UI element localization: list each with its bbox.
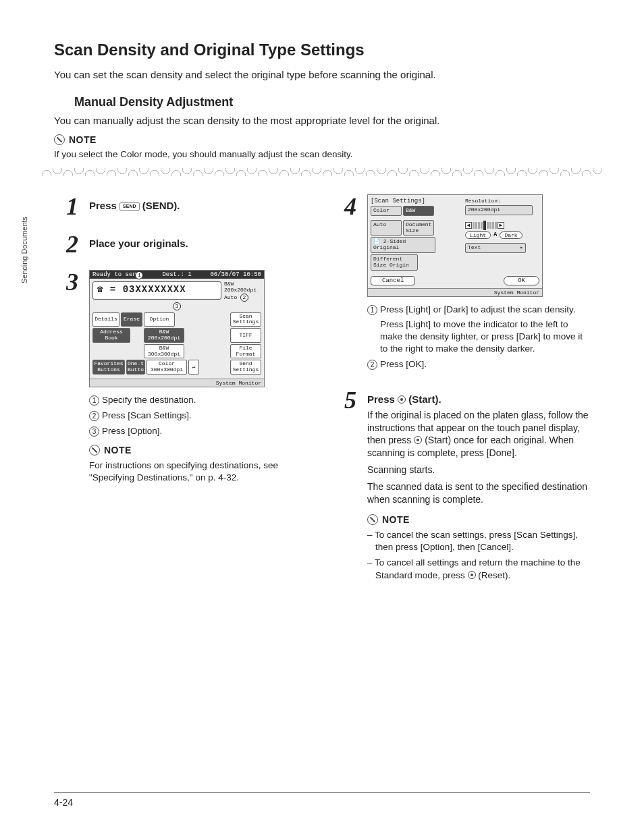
- lcd2-resolution-label: Resolution:: [465, 198, 539, 204]
- lcd2-title: [Scan Settings]: [371, 198, 461, 204]
- lcd-panel-send: Ready to send. 1 Dest.: 1 06/30/07 10:50…: [89, 270, 265, 387]
- step-4-number: 4: [332, 194, 356, 375]
- lcd2-text-button[interactable]: Text▸: [465, 243, 526, 253]
- step-3-sub-3: 3Press [Option].: [89, 425, 312, 437]
- step-1-title: Press SEND (SEND).: [89, 200, 312, 211]
- lcd1-auto: Auto: [224, 294, 237, 300]
- lcd1-details-button[interactable]: Details: [92, 312, 119, 327]
- note-label: NOTE: [382, 514, 410, 525]
- callout-2: 2: [240, 294, 248, 302]
- lcd2-slider-left[interactable]: ◀: [465, 222, 472, 229]
- circled-3: 3: [89, 426, 99, 437]
- lcd1-onetouch-button[interactable]: One-t Butto: [126, 360, 145, 375]
- lcd1-color300-button[interactable]: Color 300x300dpi: [146, 360, 187, 375]
- step-5-note-2: To cancel all settings and return the ma…: [367, 557, 590, 581]
- lcd1-favorites-button[interactable]: Favorites Buttons: [92, 360, 125, 375]
- step-5-p3: The scanned data is sent to the specifie…: [367, 480, 590, 506]
- step-1-number: 1: [54, 194, 78, 219]
- step-4-sub-2: 2Press [OK].: [367, 358, 590, 370]
- lcd1-tiff-button[interactable]: TIFF: [230, 328, 261, 343]
- lcd2-docsize-button[interactable]: Document Size: [403, 220, 434, 236]
- circled-1: 1: [367, 305, 377, 315]
- lcd2-light-button[interactable]: Light: [465, 231, 491, 239]
- lcd2-auto-button[interactable]: Auto: [371, 220, 402, 236]
- step-2-number: 2: [54, 232, 78, 256]
- step-1-title-b: (SEND).: [140, 200, 180, 211]
- lcd2-slider-right[interactable]: ▶: [498, 222, 504, 229]
- lcd1-send-settings-button[interactable]: Send Settings: [230, 360, 261, 375]
- lcd1-system-monitor[interactable]: System Monitor: [90, 379, 264, 387]
- lcd2-density-A: A: [493, 231, 497, 238]
- start-icon: [414, 436, 422, 444]
- lcd1-scan-settings-button[interactable]: Scan Settings: [230, 312, 261, 327]
- top-note-text: If you select the Color mode, you should…: [54, 149, 590, 159]
- lcd2-color-tab[interactable]: Color: [371, 206, 402, 216]
- step-3-number: 3: [54, 270, 78, 488]
- step-5-note-1: To cancel the scan settings, press [Scan…: [367, 529, 590, 553]
- side-tab-label: Sending Documents: [20, 217, 28, 283]
- step-5-p2: Scanning starts.: [367, 464, 590, 476]
- note-icon: [54, 134, 65, 145]
- step-3-sub-1: 1Specify the destination.: [89, 394, 312, 406]
- step-3-note: For instructions on specifying destinati…: [89, 460, 312, 484]
- callout-3: 3: [173, 302, 181, 310]
- lcd-panel-scan-settings: [Scan Settings] Color B&W Auto Document …: [367, 194, 543, 297]
- lcd2-ok-button[interactable]: OK: [504, 276, 539, 285]
- wavy-divider: [41, 166, 603, 178]
- intro-text: You can set the scan density and select …: [54, 69, 590, 80]
- lcd2-bw-tab[interactable]: B&W: [403, 206, 434, 216]
- step-1-title-a: Press: [89, 200, 119, 211]
- lcd1-res: 200x200dpi: [224, 287, 261, 294]
- step-2-title: Place your originals.: [89, 238, 312, 249]
- lcd1-bw300-button[interactable]: B&W 300x300dpi: [144, 344, 184, 359]
- step-4-sub-1b: Press [Light] to move the indicator to t…: [367, 319, 590, 356]
- lcd1-option-button[interactable]: Option: [144, 312, 175, 327]
- step-5-p1: If the original is placed on the platen …: [367, 409, 590, 460]
- page-heading: Scan Density and Original Type Settings: [54, 40, 590, 59]
- lcd1-bw200-button[interactable]: B&W 200x200dpi: [144, 328, 184, 343]
- circled-2: 2: [89, 411, 99, 421]
- lcd1-return-button[interactable]: ↵: [188, 360, 199, 375]
- note-label: NOTE: [69, 134, 97, 145]
- sub-heading: Manual Density Adjustment: [74, 95, 590, 109]
- lcd1-fileformat-button[interactable]: File Format: [230, 344, 261, 359]
- lcd1-destination-box: ☎ = 03XXXXXXXX: [92, 281, 221, 300]
- page-number: 4-24: [54, 792, 590, 808]
- lcd2-dark-button[interactable]: Dark: [500, 231, 522, 239]
- note-label: NOTE: [104, 445, 132, 456]
- note-icon: [367, 514, 378, 525]
- step-5-title: Press (Start).: [367, 393, 590, 405]
- lcd2-2sided-button[interactable]: 📄 2-Sided Original: [371, 237, 435, 253]
- circled-2: 2: [367, 360, 377, 370]
- lcd1-erase-button[interactable]: Erase: [121, 312, 142, 327]
- lcd2-density-slider[interactable]: ◀ ▶: [465, 221, 539, 230]
- circled-1: 1: [89, 395, 99, 406]
- start-icon: [398, 395, 406, 404]
- subintro-text: You can manually adjust the scan density…: [54, 115, 590, 126]
- lcd2-diffsize-button[interactable]: Different Size Origin: [371, 254, 418, 271]
- lcd1-dest: Dest.: 1: [162, 271, 191, 278]
- send-key-icon: SEND: [119, 202, 139, 211]
- lcd1-datetime: 06/30/07 10:50: [210, 271, 261, 278]
- step-4-sub-1: 1Press [Light] or [Dark] to adjust the s…: [367, 304, 590, 356]
- note-icon: [89, 445, 100, 456]
- step-3-sub-2: 2Press [Scan Settings].: [89, 410, 312, 422]
- lcd2-system-monitor[interactable]: System Monitor: [368, 288, 542, 296]
- lcd2-resolution-button[interactable]: 200x200dpi: [465, 205, 533, 215]
- lcd1-address-book-button[interactable]: Address Book: [92, 328, 130, 343]
- lcd2-cancel-button[interactable]: Cancel: [371, 276, 415, 285]
- step-5-number: 5: [332, 388, 356, 585]
- reset-icon: [468, 571, 476, 579]
